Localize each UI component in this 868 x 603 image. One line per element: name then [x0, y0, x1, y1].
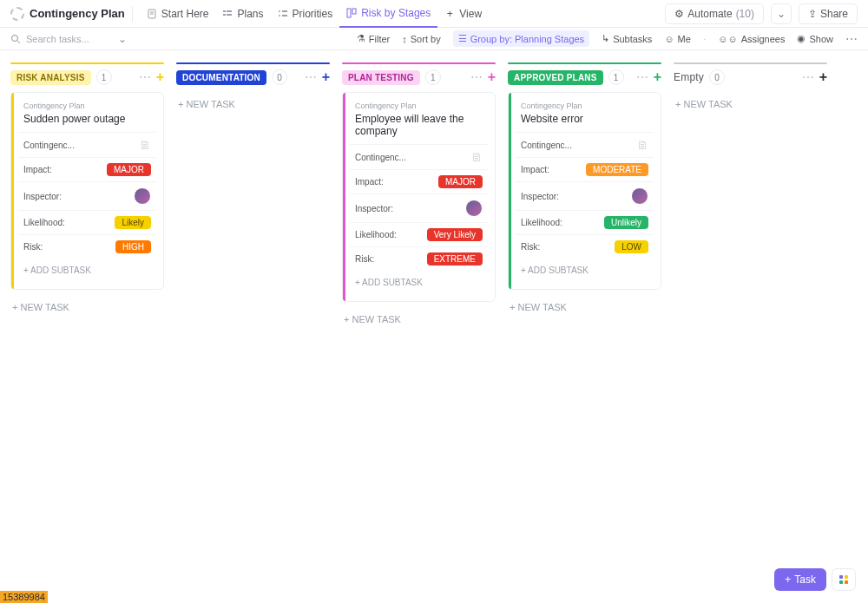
list-icon [278, 9, 288, 19]
column-stripe [508, 62, 661, 64]
field-row[interactable]: Contingenc...🗎 [350, 144, 488, 169]
add-subtask-button[interactable]: + ADD SUBTASK [516, 260, 654, 280]
field-row[interactable]: Contingenc...🗎 [18, 132, 156, 157]
avatar [465, 200, 483, 217]
column-label[interactable]: DOCUMENTATION [176, 70, 266, 85]
svg-rect-4 [227, 10, 232, 12]
apps-button[interactable] [832, 568, 856, 591]
group-button[interactable]: ☰Group by: Planning Stages [453, 30, 589, 47]
svg-point-7 [279, 10, 280, 12]
column-stripe [674, 62, 827, 64]
filter-button[interactable]: ⚗Filter [357, 33, 390, 44]
automate-button[interactable]: ⚙ Automate (10) [665, 3, 764, 24]
field-name: Likelihood: [355, 230, 397, 239]
field-row[interactable]: Impact:MAJOR [18, 157, 156, 181]
tab-priorities[interactable]: Priorities [271, 0, 340, 28]
column: APPROVED PLANS1⋯+Contingency PlanWebsite… [508, 62, 661, 319]
column-add-button[interactable]: + [156, 69, 164, 85]
column: DOCUMENTATION0⋯++ NEW TASK [176, 62, 330, 116]
field-row[interactable]: Inspector: [516, 181, 654, 210]
card-title: Sudden power outage [23, 113, 151, 125]
field-name: Risk: [23, 242, 43, 252]
column-add-button[interactable]: + [654, 69, 661, 85]
board: RISK ANALYSIS1⋯+Contingency PlanSudden p… [0, 50, 868, 603]
field-row[interactable]: Likelihood:Unlikely [516, 210, 654, 234]
filter-icon: ⚗ [357, 33, 365, 44]
column-more-button[interactable]: ⋯ [470, 70, 483, 84]
page-title: Contingency Plan [30, 7, 125, 20]
doc-icon: 🗎 [636, 138, 648, 152]
board-icon [346, 8, 357, 18]
column-more-button[interactable]: ⋯ [139, 70, 151, 84]
column-more-button[interactable]: ⋯ [305, 70, 317, 84]
new-task-button[interactable]: + NEW TASK [508, 295, 661, 319]
field-row[interactable]: Contingenc...🗎 [516, 132, 654, 157]
search-dropdown-icon[interactable]: ⌄ [118, 33, 127, 45]
column: PLAN TESTING1⋯+Contingency PlanEmployee … [342, 62, 496, 331]
task-card[interactable]: Contingency PlanEmployee will leave the … [342, 92, 496, 302]
toolbar-more-button[interactable]: ⋯ [845, 32, 858, 46]
doc-icon: 🗎 [139, 138, 151, 152]
automate-label: Automate [687, 8, 732, 20]
column-stripe [10, 62, 164, 64]
card-title: Employee will leave the company [355, 113, 483, 137]
badge: EXTREME [427, 252, 483, 265]
field-row[interactable]: Risk:HIGH [18, 234, 156, 259]
add-subtask-button[interactable]: + ADD SUBTASK [350, 272, 488, 292]
tab-label: Risk by Stages [361, 7, 431, 19]
card-folder: Contingency Plan [521, 102, 654, 110]
svg-rect-11 [347, 9, 351, 17]
tab-start-here[interactable]: Start Here [140, 0, 216, 28]
new-task-button[interactable]: + NEW TASK [176, 92, 330, 116]
card-folder: Contingency Plan [23, 102, 156, 110]
avatar [134, 187, 151, 205]
share-button[interactable]: ⇪ Share [799, 3, 858, 24]
doc-icon [147, 9, 157, 19]
subtasks-icon: ↳ [602, 33, 609, 44]
new-task-button[interactable]: + NEW TASK [674, 92, 827, 116]
column-label[interactable]: RISK ANALYSIS [10, 70, 91, 85]
tab-add-view[interactable]: + View [437, 0, 489, 28]
field-row[interactable]: Impact:MAJOR [350, 169, 488, 193]
share-icon: ⇪ [808, 8, 817, 20]
search-input[interactable] [26, 34, 113, 44]
column-label[interactable]: APPROVED PLANS [508, 70, 603, 85]
column-label[interactable]: PLAN TESTING [342, 70, 420, 85]
new-task-button[interactable]: + NEW TASK [10, 295, 164, 319]
badge: MODERATE [586, 163, 648, 176]
badge: HIGH [115, 240, 151, 253]
toolbar: ⌄ ⚗Filter ↕Sort by ☰Group by: Planning S… [0, 28, 868, 50]
add-subtask-button[interactable]: + ADD SUBTASK [18, 260, 156, 280]
new-task-fab[interactable]: + Task [774, 568, 826, 591]
badge: Likely [115, 216, 151, 229]
svg-rect-3 [223, 10, 226, 12]
assignees-button[interactable]: ☺☺Assignees [718, 34, 785, 44]
show-button[interactable]: ◉Show [797, 33, 833, 44]
new-task-button[interactable]: + NEW TASK [342, 307, 496, 331]
toolbar-right: ⚗Filter ↕Sort by ☰Group by: Planning Sta… [357, 30, 858, 47]
automate-dropdown[interactable]: ⌄ [771, 3, 792, 24]
tab-plans[interactable]: Plans [215, 0, 270, 28]
field-name: Contingenc... [521, 141, 572, 150]
field-row[interactable]: Inspector: [350, 193, 488, 222]
column-more-button[interactable]: ⋯ [636, 70, 648, 84]
column-label[interactable]: Empty [674, 71, 704, 83]
field-row[interactable]: Inspector: [18, 181, 156, 210]
task-card[interactable]: Contingency PlanSudden power outageConti… [10, 92, 164, 290]
field-row[interactable]: Risk:LOW [516, 234, 654, 259]
field-row[interactable]: Likelihood:Likely [18, 210, 156, 234]
task-card[interactable]: Contingency PlanWebsite errorContingenc.… [508, 92, 661, 290]
sort-button[interactable]: ↕Sort by [402, 34, 440, 44]
plus-icon: + [444, 9, 455, 19]
field-row[interactable]: Likelihood:Very Likely [350, 222, 488, 246]
column-add-button[interactable]: + [819, 69, 827, 85]
column-add-button[interactable]: + [322, 69, 330, 85]
field-name: Risk: [355, 254, 374, 264]
me-button[interactable]: ☺Me [664, 34, 691, 44]
field-row[interactable]: Impact:MODERATE [516, 157, 654, 181]
tab-risk-by-stages[interactable]: Risk by Stages [339, 0, 437, 28]
field-row[interactable]: Risk:EXTREME [350, 246, 488, 271]
column-add-button[interactable]: + [488, 69, 496, 85]
column-more-button[interactable]: ⋯ [802, 70, 814, 84]
subtasks-button[interactable]: ↳Subtasks [602, 33, 652, 44]
